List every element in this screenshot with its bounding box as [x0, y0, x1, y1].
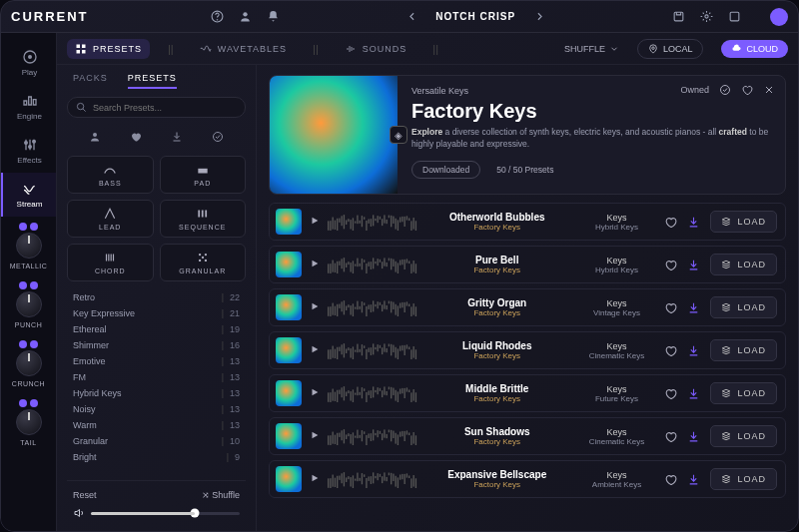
user-icon[interactable]	[235, 7, 255, 27]
presets-tab[interactable]: PRESETS	[128, 73, 177, 89]
category-chord[interactable]: CHORD	[67, 244, 154, 281]
play-button[interactable]	[310, 216, 320, 228]
play-button[interactable]	[310, 301, 320, 313]
waveform[interactable]	[328, 384, 417, 402]
rail-stream[interactable]: Stream	[1, 173, 56, 217]
waveform[interactable]	[328, 427, 417, 445]
download-icon[interactable]	[687, 259, 700, 271]
svg-point-15	[652, 46, 655, 49]
filter-user-icon[interactable]	[86, 128, 104, 146]
svg-rect-75	[342, 259, 343, 268]
load-button[interactable]: LOAD	[710, 254, 777, 275]
knob-metallic[interactable]: METALLIC	[1, 217, 56, 275]
tag-row[interactable]: Emotive|13	[67, 353, 246, 369]
tag-row[interactable]: Hybrid Keys|13	[67, 385, 246, 401]
svg-rect-142	[401, 302, 402, 307]
svg-rect-153	[337, 347, 338, 359]
topbar: CURRENT NOTCH CRISP	[1, 1, 798, 33]
avatar[interactable]	[770, 8, 788, 26]
reset-button[interactable]: Reset	[73, 490, 97, 500]
play-button[interactable]	[310, 387, 320, 399]
tag-row[interactable]: Warm|13	[67, 417, 246, 433]
category-pad[interactable]: PAD	[160, 156, 247, 194]
filter-check-icon[interactable]	[209, 128, 227, 146]
close-icon[interactable]	[763, 84, 775, 96]
prev-preset-icon[interactable]	[401, 7, 421, 27]
download-icon[interactable]	[687, 387, 700, 400]
heart-icon[interactable]	[664, 473, 677, 486]
download-icon[interactable]	[687, 301, 700, 314]
waveform[interactable]	[328, 298, 417, 316]
rail-play[interactable]: Play	[1, 41, 56, 85]
load-button[interactable]: LOAD	[710, 382, 777, 404]
track-subcategory: Cinematic Keys	[576, 437, 656, 446]
tag-row[interactable]: Key Expressive|21	[67, 305, 246, 321]
tag-row[interactable]: Granular|10	[67, 433, 246, 449]
shuffle-button[interactable]: SHUFFLE	[564, 44, 619, 54]
waveform[interactable]	[328, 470, 417, 488]
filter-download-icon[interactable]	[168, 128, 186, 146]
category-granular[interactable]: GRANULAR	[160, 244, 247, 281]
heart-icon[interactable]	[664, 301, 677, 314]
help-icon[interactable]	[207, 7, 227, 27]
category-lead[interactable]: LEAD	[67, 200, 154, 238]
svg-rect-241	[355, 436, 356, 438]
tab-presets[interactable]: PRESETS	[67, 39, 150, 59]
volume-slider[interactable]	[91, 512, 240, 515]
download-icon[interactable]	[687, 430, 700, 443]
knob-crunch[interactable]: CRUNCH	[1, 334, 56, 393]
waveform[interactable]	[328, 256, 417, 273]
tab-sounds[interactable]: SOUNDS	[337, 39, 415, 59]
category-sequence[interactable]: SEQUENCE	[160, 200, 247, 238]
waveform[interactable]	[328, 213, 417, 231]
play-button[interactable]	[310, 259, 320, 270]
save-icon[interactable]	[668, 7, 688, 27]
load-button[interactable]: LOAD	[710, 339, 777, 361]
search-input[interactable]	[67, 97, 246, 118]
preset-title[interactable]: NOTCH CRISP	[435, 11, 515, 22]
tag-row[interactable]: FM|13	[67, 369, 246, 385]
settings-icon[interactable]	[696, 7, 716, 27]
next-preset-icon[interactable]	[529, 7, 549, 27]
download-icon[interactable]	[687, 473, 700, 486]
waveform[interactable]	[328, 341, 417, 359]
heart-icon[interactable]	[664, 216, 677, 229]
cloud-button[interactable]: CLOUD	[721, 40, 788, 58]
shuffle-list-button[interactable]: ⤨ Shuffle	[202, 490, 240, 500]
heart-icon[interactable]	[664, 387, 677, 400]
play-button[interactable]	[310, 473, 320, 485]
svg-rect-44	[362, 216, 363, 227]
load-button[interactable]: LOAD	[710, 425, 777, 447]
focus-icon[interactable]: ◈	[390, 126, 407, 144]
svg-rect-35	[342, 216, 343, 226]
rail-engine[interactable]: Engine	[1, 85, 56, 129]
svg-rect-271	[333, 475, 334, 487]
knob-punch[interactable]: PUNCH	[1, 275, 56, 334]
tag-row[interactable]: Shimmer|16	[67, 337, 246, 353]
expand-icon[interactable]	[724, 7, 744, 27]
download-icon[interactable]	[687, 344, 700, 357]
tag-row[interactable]: Noisy|13	[67, 401, 246, 417]
packs-tab[interactable]: PACKS	[73, 73, 108, 89]
category-bass[interactable]: BASS	[67, 156, 154, 194]
knob-tail[interactable]: TAIL	[1, 393, 56, 452]
rail-effects[interactable]: Effects	[1, 129, 56, 173]
tab-wavetables[interactable]: WAVETABLES	[192, 39, 295, 59]
tag-row[interactable]: Bright|9	[67, 449, 246, 465]
filter-heart-icon[interactable]	[127, 128, 145, 146]
download-icon[interactable]	[687, 216, 700, 229]
tag-row[interactable]: Retro|22	[67, 289, 246, 305]
play-button[interactable]	[310, 430, 320, 442]
load-button[interactable]: LOAD	[710, 468, 777, 490]
load-button[interactable]: LOAD	[710, 211, 777, 233]
local-button[interactable]: LOCAL	[637, 39, 704, 59]
bell-icon[interactable]	[263, 7, 283, 27]
load-button[interactable]: LOAD	[710, 296, 777, 318]
heart-icon[interactable]	[664, 344, 677, 357]
svg-rect-210	[375, 390, 376, 392]
tag-row[interactable]: Ethereal|19	[67, 321, 246, 337]
heart-icon[interactable]	[741, 84, 753, 96]
play-button[interactable]	[310, 344, 320, 356]
heart-icon[interactable]	[664, 430, 677, 443]
heart-icon[interactable]	[664, 259, 677, 271]
